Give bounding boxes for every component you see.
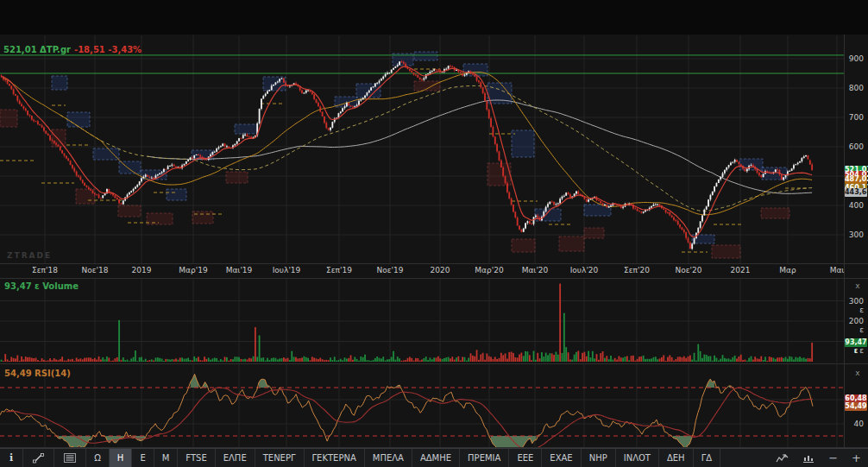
toolbar-right-group: −+ [769,449,868,467]
toolbar-item-0-ω[interactable]: Ω [86,449,110,467]
top-strip [0,0,868,35]
date-label: Σεπ'18 [22,266,68,275]
rsi-tag-1: 54,49 [845,402,867,411]
info-icon-glyph: i [9,452,13,464]
date-label: Μαι [814,266,860,275]
chart-canvas[interactable] [0,0,868,448]
zoom-in-icon[interactable]: + [845,449,868,467]
date-label: 2021 [717,266,764,275]
date-label: Σεπ'20 [613,266,660,275]
date-label: Νοε'20 [665,266,712,275]
toolbar-item-11-εεε[interactable]: ΕΕΕ [509,449,542,467]
price-tag-4: 443,68 [845,188,867,197]
toolbar-item-6-τενεργ[interactable]: ΤΕΝΕΡΓ [255,449,305,467]
volume-tag: 93,47 ε [845,338,867,347]
price-tick-600: 600 [844,142,865,151]
platform-watermark: ZTRADE [7,251,52,260]
toolbar-item-10-πρεμια[interactable]: ΠΡΕΜΙΑ [460,449,509,467]
date-label: Νοε'18 [72,266,118,275]
toolbar-item-1-η[interactable]: Η [110,449,133,467]
date-label: Μαρ'19 [170,266,217,275]
toolbar-item-13-νηρ[interactable]: ΝΗΡ [582,449,616,467]
toolbar-item-8-μπελα[interactable]: ΜΠΕΛΑ [365,449,412,467]
date-label: Μαι'19 [216,266,262,275]
toolbar-item-15-δεη[interactable]: ΔΕΗ [659,449,694,467]
toolbar-item-5-ελπε[interactable]: ΕΛΠΕ [216,449,255,467]
date-label: Μαρ'20 [466,266,513,275]
price-tick-800: 800 [844,84,865,92]
bar-chart-icon[interactable] [796,449,821,467]
toolbar-item-4-ftse[interactable]: FTSE [178,449,215,467]
ticker-symbol-price: 521,01 ΔTP.gr [3,45,71,54]
bottom-toolbar: iΩΗΕΜFTSEΕΛΠΕΤΕΝΕΡΓΓΕΚΤΕΡΝΑΜΠΕΛΑΑΔΜΗΕΠΡΕ… [0,448,868,467]
price-tag-2: 487,02 [845,175,867,184]
toolbar-item-16-γδ[interactable]: ΓΔ [694,449,720,467]
ticker-label: 521,01 ΔTP.gr-18,51 -3,43% [3,45,142,54]
date-label: Ιουλ'19 [263,266,310,275]
price-tick-400: 400 [844,201,865,210]
rsi-close-icon[interactable]: x [852,369,863,378]
ticker-change: -18,51 -3,43% [74,45,142,54]
volume-close-icon[interactable]: x [852,281,863,291]
date-label: Μαρ [764,266,811,275]
volume-tick-200: 200 ε [844,317,865,334]
draw-icon[interactable] [23,449,54,467]
volume-pane-label: 93,47 ε Volume [4,281,79,291]
trading-app-window: 521,01 ΔTP.gr-18,51 -3,43% ZTRADE 93,47 … [0,0,868,467]
date-label: Σεπ'19 [316,266,362,275]
toolbar-item-14-ινλοτ[interactable]: ΙΝΛΟΤ [616,449,659,467]
rsi-pane-label: 54,49 RSI(14) [4,369,71,378]
toolbar-item-9-αδμηε[interactable]: ΑΔΜΗΕ [412,449,460,467]
toolbar-item-3-μ[interactable]: Μ [154,449,179,467]
volume-tick-300: 300 ε [844,297,865,314]
price-tick-700: 700 [844,113,865,122]
date-label: Μαι'20 [512,266,558,275]
date-label: 2020 [417,266,463,275]
watchlist-icon[interactable] [54,449,86,467]
toolbar-item-2-ε[interactable]: Ε [132,449,154,467]
price-tick-900: 900 [844,54,865,63]
toolbar-item-12-εχαε[interactable]: ΕΧΑΕ [542,449,581,467]
info-icon[interactable]: i [0,449,23,467]
zoom-out-icon[interactable]: − [821,449,845,467]
date-label: Νοε'19 [367,266,413,275]
date-label: 2019 [118,266,165,275]
date-label: Ιουλ'20 [561,266,607,275]
price-tick-300: 300 [844,230,865,239]
rsi-tick-40: 40 [844,420,865,428]
candlestick-chart-icon[interactable] [769,449,796,467]
toolbar-item-7-γεκτερνα[interactable]: ΓΕΚΤΕΡΝΑ [305,449,365,467]
